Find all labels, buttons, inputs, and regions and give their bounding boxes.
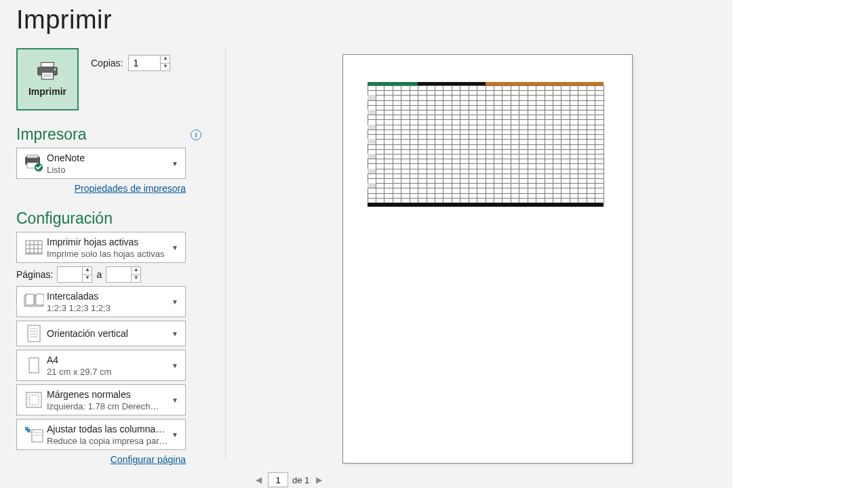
chevron-down-icon: ▼ [169, 396, 181, 404]
chevron-down-icon: ▼ [169, 160, 181, 167]
pages-to-input[interactable] [106, 267, 131, 282]
chevron-down-icon: ▼ [169, 330, 181, 338]
pages-row: Páginas: ▲▼ a ▲▼ [16, 266, 186, 283]
chevron-down-icon: ▼ [169, 244, 181, 251]
print-what-dropdown[interactable]: Imprimir hojas activas Imprime solo las … [16, 232, 186, 263]
chevron-down-icon: ▼ [169, 362, 181, 369]
printer-status-icon [21, 155, 47, 172]
preview-footer [368, 203, 604, 207]
pages-to-up[interactable]: ▲ [132, 267, 140, 275]
chevron-down-icon: ▼ [169, 298, 181, 306]
svg-rect-7 [27, 155, 38, 158]
svg-rect-20 [36, 294, 44, 305]
pages-from-down[interactable]: ▼ [83, 275, 92, 283]
paper-line2: 21 cm x 29.7 cm [47, 367, 169, 377]
svg-rect-0 [41, 62, 54, 67]
copies-down[interactable]: ▼ [161, 64, 170, 71]
left-panel: Imprimir Copias: ▲ ▼ Impresora i [0, 44, 226, 488]
pages-from-up[interactable]: ▲ [83, 267, 92, 275]
page-next[interactable]: ▶ [313, 474, 324, 485]
svg-rect-26 [29, 358, 39, 373]
print-button[interactable]: Imprimir [16, 48, 79, 110]
pager: ◀ de 1 ▶ [242, 470, 324, 488]
printer-name: OneNote [47, 152, 169, 163]
margins-dropdown[interactable]: Márgenes normales Izquierda: 1.78 cm Der… [16, 384, 186, 415]
pages-from-input[interactable] [58, 267, 82, 282]
svg-rect-29 [32, 430, 43, 442]
print-what-line1: Imprimir hojas activas [47, 237, 169, 247]
pages-from-stepper[interactable]: ▲▼ [57, 266, 92, 283]
page-setup-link[interactable]: Configurar página [111, 454, 186, 465]
orientation-line1: Orientación vertical [47, 328, 169, 339]
copies-input[interactable] [129, 56, 160, 70]
margins-line1: Márgenes normales [47, 389, 169, 400]
chevron-down-icon: ▼ [169, 431, 181, 439]
collate-line2: 1;2;3 1;2;3 1;2;3 [47, 303, 169, 313]
fit-dropdown[interactable]: Ajustar todas las columnas… Reduce la co… [16, 419, 186, 450]
preview-area [242, 54, 732, 488]
svg-rect-27 [26, 392, 41, 407]
fit-line1: Ajustar todas las columnas… [47, 424, 169, 434]
fit-line2: Reduce la copia impresa par… [47, 436, 169, 446]
copies-up[interactable]: ▲ [161, 56, 170, 64]
printer-status: Listo [47, 165, 169, 175]
printer-dropdown[interactable]: OneNote Listo ▼ [16, 148, 186, 179]
collate-line1: Intercaladas [47, 291, 169, 302]
pages-to-down[interactable]: ▼ [132, 275, 140, 283]
page-title: Imprimir [0, 0, 732, 35]
panel-separator [225, 48, 226, 461]
print-what-line2: Imprime solo las hojas activas [47, 249, 169, 259]
copies-stepper[interactable]: ▲ ▼ [128, 55, 170, 71]
printer-properties-link[interactable]: Propiedades de impresora [75, 183, 186, 194]
pages-to-stepper[interactable]: ▲▼ [106, 266, 141, 283]
sheets-icon [21, 239, 47, 256]
page-prev[interactable]: ◀ [253, 474, 264, 485]
pages-separator: a [96, 269, 102, 280]
info-icon[interactable]: i [191, 129, 201, 140]
paper-line1: A4 [47, 354, 169, 365]
section-config-label: Configuración [16, 209, 113, 228]
print-button-label: Imprimir [28, 86, 66, 97]
svg-rect-3 [42, 73, 54, 79]
copies-row: Copias: ▲ ▼ [91, 48, 170, 71]
pages-label: Páginas: [16, 269, 53, 280]
paper-dropdown[interactable]: A4 21 cm x 29.7 cm ▼ [16, 350, 186, 381]
page-of-label: de 1 [292, 475, 309, 485]
preview-sheet [342, 54, 633, 464]
svg-rect-21 [28, 325, 40, 342]
copies-label: Copias: [91, 58, 123, 68]
section-printer-label: Impresora [16, 125, 87, 144]
fit-icon [21, 426, 47, 443]
paper-icon [21, 356, 47, 375]
preview-content [368, 82, 604, 207]
collate-icon [21, 293, 47, 310]
orientation-dropdown[interactable]: Orientación vertical ▼ [16, 321, 186, 346]
printer-icon [36, 62, 59, 81]
section-config: Configuración [16, 209, 226, 228]
margins-icon [21, 391, 47, 409]
margins-line2: Izquierda: 1.78 cm Derech… [47, 401, 169, 411]
preview-grid [368, 85, 604, 203]
section-printer: Impresora i [16, 125, 226, 144]
svg-point-2 [54, 68, 56, 70]
svg-rect-18 [26, 294, 34, 305]
collate-dropdown[interactable]: Intercaladas 1;2;3 1;2;3 1;2;3 ▼ [16, 286, 186, 317]
page-current-input[interactable] [268, 472, 288, 487]
orientation-icon [21, 324, 47, 343]
